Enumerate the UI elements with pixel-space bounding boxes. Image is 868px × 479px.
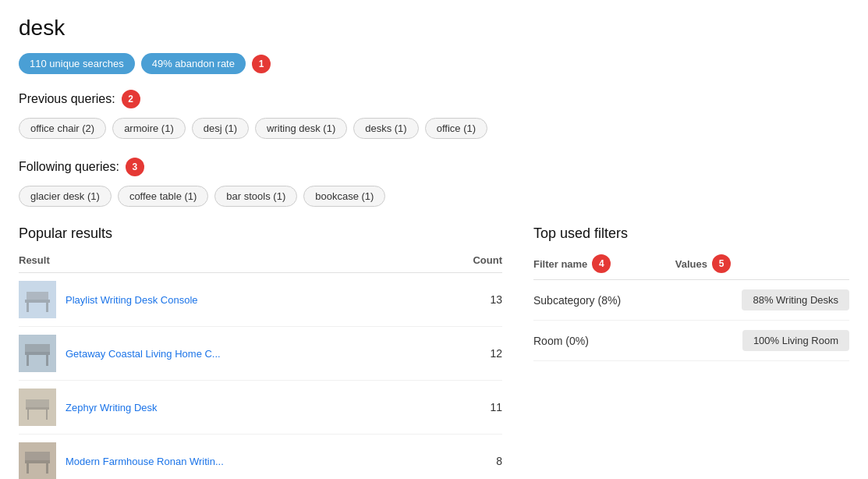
- table-row: Modern Farmhouse Ronan Writin... 8: [19, 435, 502, 480]
- svg-rect-7: [25, 344, 50, 352]
- svg-rect-15: [25, 452, 50, 460]
- result-image-1: [19, 281, 56, 318]
- main-columns: Popular results Result Count: [19, 225, 849, 479]
- filter-value-living-room: 100% Living Room: [742, 330, 849, 351]
- unique-searches-badge: 110 unique searches: [19, 53, 135, 74]
- tag-desks[interactable]: desks (1): [353, 118, 418, 139]
- svg-rect-2: [46, 303, 48, 312]
- top-filters-title: Top used filters: [533, 225, 849, 242]
- values-header-wrap: Values 5: [675, 254, 849, 273]
- previous-queries-badge: 2: [122, 90, 140, 108]
- svg-rect-10: [46, 410, 48, 420]
- col-count-header: Count: [441, 254, 502, 273]
- result-count-3: 11: [441, 381, 502, 435]
- previous-queries-label: Previous queries:: [19, 92, 115, 106]
- tag-office[interactable]: office (1): [425, 118, 487, 139]
- filter-name-header: Filter name: [533, 258, 587, 270]
- result-count-1: 13: [441, 273, 502, 327]
- following-queries-label: Following queries:: [19, 160, 119, 174]
- badges-row: 110 unique searches 49% abandon rate 1: [19, 53, 849, 74]
- page-title: desk: [19, 16, 849, 41]
- svg-rect-12: [25, 460, 50, 463]
- values-badge-5: 5: [712, 254, 731, 273]
- values-header: Values: [675, 258, 707, 270]
- filters-table: Filter name 4 Values 5 Subcateg: [533, 254, 849, 361]
- filter-row: Room (0%) 100% Living Room: [533, 321, 849, 361]
- svg-rect-14: [46, 463, 48, 474]
- result-image-2: [19, 335, 56, 372]
- desk-icon-3: [22, 392, 53, 423]
- abandon-rate-badge: 49% abandon rate: [141, 53, 246, 74]
- table-row: Zephyr Writing Desk 11: [19, 381, 502, 435]
- result-link-3[interactable]: Zephyr Writing Desk: [66, 402, 158, 413]
- filter-value-writing-desks: 88% Writing Desks: [742, 289, 849, 310]
- svg-rect-8: [26, 407, 49, 410]
- following-queries-badge: 3: [126, 158, 144, 176]
- tag-bookcase[interactable]: bookcase (1): [303, 186, 385, 207]
- tag-writing-desk[interactable]: writing desk (1): [255, 118, 347, 139]
- desk-icon-2: [22, 338, 53, 369]
- svg-rect-11: [26, 399, 49, 407]
- result-link-1[interactable]: Playlist Writing Desk Console: [66, 294, 198, 306]
- svg-rect-4: [25, 352, 50, 355]
- filter-row: Subcategory (8%) 88% Writing Desks: [533, 280, 849, 321]
- result-image-3: [19, 389, 56, 426]
- info-badge-1: 1: [252, 55, 271, 73]
- result-cell-1: Playlist Writing Desk Console: [19, 281, 441, 318]
- desk-icon-1: [22, 284, 53, 315]
- svg-rect-1: [27, 303, 29, 312]
- result-image-4: [19, 442, 56, 479]
- results-table: Result Count: [19, 254, 502, 479]
- tag-coffee-table[interactable]: coffee table (1): [118, 186, 208, 207]
- svg-rect-6: [46, 355, 48, 366]
- previous-queries-tags: office chair (2) armoire (1) desj (1) wr…: [19, 118, 849, 139]
- tag-armoire[interactable]: armoire (1): [112, 118, 186, 139]
- table-row: Playlist Writing Desk Console 13: [19, 273, 502, 327]
- result-count-2: 12: [441, 327, 502, 381]
- filter-badge-4: 4: [592, 254, 611, 273]
- svg-rect-5: [27, 355, 29, 366]
- result-link-2[interactable]: Getaway Coastal Living Home C...: [66, 348, 221, 360]
- result-count-4: 8: [441, 435, 502, 480]
- svg-rect-3: [27, 292, 48, 300]
- table-row: Getaway Coastal Living Home C... 12: [19, 327, 502, 381]
- tag-bar-stools[interactable]: bar stools (1): [214, 186, 297, 207]
- desk-icon-4: [22, 445, 53, 477]
- svg-rect-13: [27, 463, 29, 474]
- filter-name-header-wrap: Filter name 4: [533, 254, 675, 273]
- filter-name-subcategory: Subcategory (8%): [533, 294, 621, 307]
- result-link-4[interactable]: Modern Farmhouse Ronan Writin...: [66, 456, 224, 467]
- filter-name-room: Room (0%): [533, 335, 589, 347]
- top-filters-section: Top used filters Filter name 4 Values 5: [533, 225, 849, 479]
- following-queries-tags: glacier desk (1) coffee table (1) bar st…: [19, 186, 849, 207]
- result-cell-4: Modern Farmhouse Ronan Writin...: [19, 442, 441, 479]
- popular-results-section: Popular results Result Count: [19, 225, 502, 479]
- tag-glacier-desk[interactable]: glacier desk (1): [19, 186, 112, 207]
- svg-rect-9: [27, 410, 29, 420]
- col-result-header: Result: [19, 254, 441, 273]
- result-cell-2: Getaway Coastal Living Home C...: [19, 335, 441, 372]
- previous-queries-heading: Previous queries: 2: [19, 90, 849, 108]
- tag-desj[interactable]: desj (1): [192, 118, 249, 139]
- following-queries-heading: Following queries: 3: [19, 158, 849, 176]
- popular-results-title: Popular results: [19, 225, 502, 242]
- tag-office-chair[interactable]: office chair (2): [19, 118, 106, 139]
- result-cell-3: Zephyr Writing Desk: [19, 389, 441, 426]
- svg-rect-0: [25, 300, 50, 303]
